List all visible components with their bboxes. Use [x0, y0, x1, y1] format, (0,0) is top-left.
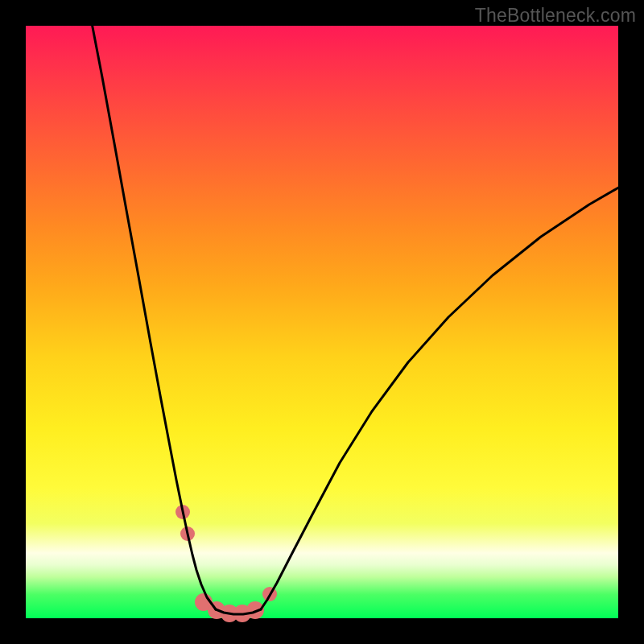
markers-layer — [175, 505, 277, 622]
chart-svg — [26, 26, 618, 618]
plot-area — [26, 26, 618, 618]
series-left-curve — [89, 10, 216, 609]
watermark-text: TheBottleneck.com — [475, 5, 636, 27]
outer-frame: TheBottleneck.com — [0, 0, 644, 644]
lines-layer — [89, 10, 625, 614]
series-right-curve — [261, 184, 625, 609]
